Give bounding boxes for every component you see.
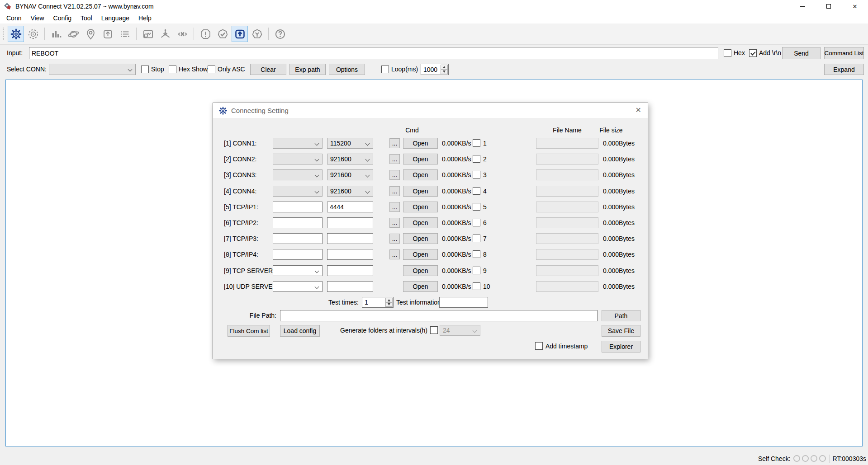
menu-item-language[interactable]: Language xyxy=(97,14,134,23)
open-button[interactable]: Open xyxy=(403,249,438,260)
loop-interval-spinner[interactable]: 1000 xyxy=(421,64,449,75)
cmd-more-button[interactable]: ... xyxy=(389,234,400,244)
test-information-input[interactable] xyxy=(439,297,488,308)
expand-button[interactable]: Expand xyxy=(824,64,864,75)
cmd-more-button[interactable]: ... xyxy=(389,154,400,164)
port-dropdown[interactable]: 921600 xyxy=(327,186,373,197)
port-field[interactable] xyxy=(327,265,373,276)
image-preview-icon[interactable] xyxy=(140,26,156,42)
log-enable-checkbox[interactable] xyxy=(473,171,480,178)
host-field[interactable] xyxy=(273,202,323,212)
hex-show-checkbox[interactable] xyxy=(169,66,176,73)
globe-orbit-icon[interactable] xyxy=(65,26,81,42)
open-button[interactable]: Open xyxy=(403,138,438,149)
stop-checkbox[interactable] xyxy=(141,66,149,73)
clear-button[interactable]: Clear xyxy=(250,64,286,75)
path-button[interactable]: Path xyxy=(602,310,640,321)
port-dropdown[interactable] xyxy=(273,186,323,197)
settings-gear-icon[interactable] xyxy=(8,26,24,42)
menu-item-tool[interactable]: Tool xyxy=(76,14,97,23)
cmd-more-button[interactable]: ... xyxy=(389,170,400,180)
open-button[interactable]: Open xyxy=(403,186,438,197)
add-timestamp-checkbox[interactable] xyxy=(535,342,543,350)
menu-item-conn[interactable]: Conn xyxy=(2,14,26,23)
open-button[interactable]: Open xyxy=(403,202,438,212)
menu-item-view[interactable]: View xyxy=(26,14,48,23)
message-list-icon[interactable] xyxy=(117,26,133,42)
port-dropdown[interactable]: 921600 xyxy=(327,169,373,180)
command-input[interactable] xyxy=(29,47,718,59)
port-dropdown[interactable] xyxy=(273,265,323,276)
spin-down-button[interactable] xyxy=(385,303,393,307)
upload-box-icon[interactable] xyxy=(100,26,116,42)
dialog-close-icon[interactable]: ✕ xyxy=(636,106,641,114)
host-field[interactable] xyxy=(273,233,323,244)
open-button[interactable]: Open xyxy=(403,217,438,228)
explorer-button[interactable]: Explorer xyxy=(602,341,640,352)
log-enable-checkbox[interactable] xyxy=(473,203,480,211)
maximize-button[interactable] xyxy=(816,0,842,13)
spin-up-button[interactable] xyxy=(385,298,393,303)
upload-arrow-icon[interactable] xyxy=(232,26,248,42)
log-enable-checkbox[interactable] xyxy=(473,219,480,226)
port-dropdown[interactable] xyxy=(273,281,323,292)
open-button[interactable]: Open xyxy=(403,169,438,180)
flush-com-list-button[interactable]: Flush Com list xyxy=(228,325,270,337)
port-dropdown[interactable] xyxy=(273,154,323,164)
spin-down-button[interactable] xyxy=(441,70,448,74)
log-enable-checkbox[interactable] xyxy=(473,155,480,163)
open-button[interactable]: Open xyxy=(403,233,438,244)
hex-checkbox[interactable] xyxy=(724,49,731,57)
send-button[interactable]: Send xyxy=(782,47,821,59)
log-enable-checkbox[interactable] xyxy=(473,187,480,195)
satellite-axes-icon[interactable] xyxy=(157,26,173,42)
open-button[interactable]: Open xyxy=(403,281,438,292)
port-field[interactable] xyxy=(327,202,373,212)
close-button[interactable]: ✕ xyxy=(842,0,868,13)
port-field[interactable] xyxy=(327,281,373,292)
port-dropdown[interactable]: 921600 xyxy=(327,154,373,164)
minimize-button[interactable] xyxy=(789,0,816,13)
y-shield-icon[interactable] xyxy=(249,26,265,42)
generate-folders-checkbox[interactable] xyxy=(430,326,438,334)
add-crlf-checkbox[interactable] xyxy=(749,49,757,57)
map-pin-icon[interactable] xyxy=(82,26,99,42)
port-field[interactable] xyxy=(327,233,373,244)
exp-path-button[interactable]: Exp path xyxy=(289,64,326,75)
cmd-more-button[interactable]: ... xyxy=(389,249,400,259)
help-circle-icon[interactable] xyxy=(272,26,288,42)
loop-ms-checkbox[interactable] xyxy=(381,66,389,73)
cmd-more-button[interactable]: ... xyxy=(389,218,400,228)
port-field[interactable] xyxy=(327,249,373,260)
command-list-button[interactable]: Command List xyxy=(824,47,864,59)
log-enable-checkbox[interactable] xyxy=(473,267,480,274)
port-dropdown[interactable] xyxy=(273,169,323,180)
x-brackets-icon[interactable] xyxy=(174,26,190,42)
log-enable-checkbox[interactable] xyxy=(473,139,480,147)
check-shield-icon[interactable] xyxy=(214,26,231,42)
port-dropdown[interactable]: 115200 xyxy=(327,138,373,149)
cmd-more-button[interactable]: ... xyxy=(389,202,400,212)
host-field[interactable] xyxy=(273,249,323,260)
cmd-more-button[interactable]: ... xyxy=(389,138,400,148)
only-asc-checkbox[interactable] xyxy=(208,66,215,73)
cmd-more-button[interactable]: ... xyxy=(389,186,400,196)
port-dropdown[interactable] xyxy=(273,138,323,149)
open-button[interactable]: Open xyxy=(403,154,438,164)
menu-item-config[interactable]: Config xyxy=(49,14,76,23)
file-path-input[interactable] xyxy=(280,310,598,321)
port-field[interactable] xyxy=(327,217,373,228)
select-conn-dropdown[interactable] xyxy=(49,64,136,75)
log-enable-checkbox[interactable] xyxy=(473,282,480,290)
location-scan-icon[interactable] xyxy=(25,26,41,42)
toolbar-gripper[interactable] xyxy=(3,28,5,40)
load-config-button[interactable]: Load config xyxy=(280,325,320,337)
log-enable-checkbox[interactable] xyxy=(473,250,480,258)
options-button[interactable]: Options xyxy=(329,64,365,75)
log-enable-checkbox[interactable] xyxy=(473,235,480,242)
spin-up-button[interactable] xyxy=(441,65,448,70)
host-field[interactable] xyxy=(273,217,323,228)
save-file-button[interactable]: Save File xyxy=(602,325,640,337)
test-times-spinner[interactable]: 1 xyxy=(362,297,394,308)
open-button[interactable]: Open xyxy=(403,265,438,276)
